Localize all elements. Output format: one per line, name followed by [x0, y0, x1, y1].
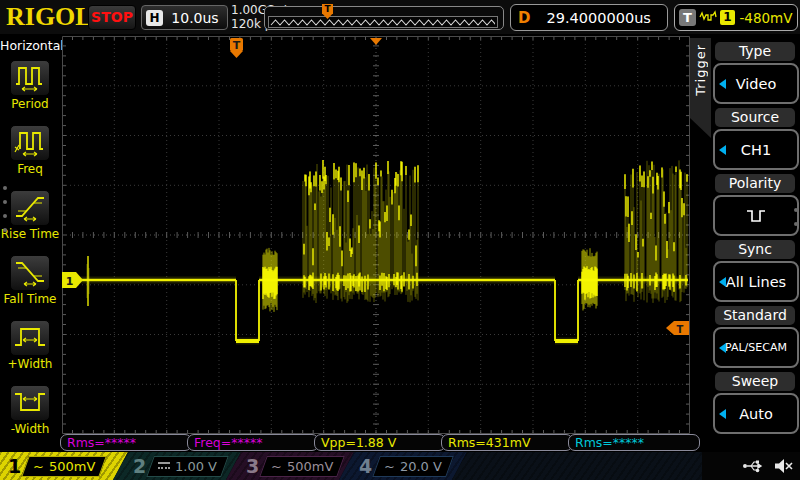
dc-coupling-icon [158, 462, 170, 471]
sidebar-item-freq[interactable]: Freq [0, 125, 60, 176]
oscilloscope-screen: RIGOL STOP H 10.0us 1.00GSa/s 120k pts T… [0, 0, 800, 480]
speaker-muted-icon[interactable] [774, 458, 794, 474]
trigger-menu-tab[interactable]: Trigger [690, 38, 711, 138]
sidebar-item-minus-width[interactable]: -Width [0, 385, 60, 436]
channel-number: 3 [246, 455, 259, 477]
trigger-menu: Type Video Source CH1 Polarity Sync All … [712, 36, 798, 452]
ac-coupling-icon: ~ [384, 459, 395, 474]
memory-waveform-strip [268, 16, 498, 28]
waveform-display: T T 1 [62, 36, 690, 434]
timebase-value: 10.0us [163, 10, 227, 26]
menu-item-sweep[interactable]: Sweep Auto [712, 372, 798, 434]
menu-item-label: Sweep [715, 372, 795, 391]
fall-time-icon [10, 255, 50, 291]
menu-item-standard[interactable]: Standard PAL/SECAM [712, 306, 798, 368]
channel-4-status[interactable]: 4 ~ 20.0 V [339, 452, 467, 480]
menu-item-value: All Lines [726, 274, 786, 290]
delay-readout: D 29.4000000us [510, 4, 668, 31]
menu-item-value: CH1 [741, 142, 771, 158]
memory-position-bar [264, 6, 504, 30]
channel-scale: 20.0 V [400, 459, 442, 474]
chevron-left-icon [719, 145, 726, 155]
chevron-left-icon [719, 277, 726, 287]
menu-page-dot [3, 186, 7, 190]
trigger-menu-tab-label: Trigger [693, 44, 708, 96]
plus-width-icon [10, 320, 50, 356]
sidebar-item-label: Period [0, 97, 60, 111]
menu-item-value: Video [736, 76, 777, 92]
menu-item-label: Standard [715, 306, 795, 325]
menu-item-label: Type [715, 42, 795, 61]
rigol-logo: RIGOL [6, 2, 93, 32]
measurement-bar: Rms=***** Freq=***** Vpp=1.88 V Rms=431m… [60, 434, 700, 452]
system-status-icons [742, 452, 794, 480]
measurement-readout: Rms=431mV [441, 434, 573, 451]
channel-2-status[interactable]: 2 1.00 V [113, 452, 241, 480]
sidebar-item-fall-time[interactable]: Fall Time [0, 255, 60, 306]
run-state-badge: STOP [88, 5, 136, 30]
freq-icon [10, 125, 50, 161]
sidebar-item-label: Rise Time [0, 227, 60, 241]
trigger-readout: T 1 -480mV [674, 4, 798, 31]
svg-text:T: T [677, 324, 684, 335]
channel-status-bar: 1 ~ 500mV 2 1.00 V 3 ~ 500m [0, 452, 800, 480]
measurement-readout: Rms=***** [60, 434, 192, 451]
trigger-source-badge: 1 [720, 10, 735, 25]
channel1-offset-marker[interactable]: 1 [62, 272, 83, 288]
measurement-readout: Rms=***** [568, 434, 700, 451]
usb-icon [742, 459, 766, 473]
top-status-bar: RIGOL STOP H 10.0us 1.00GSa/s 120k pts T… [0, 0, 800, 34]
menu-item-source[interactable]: Source CH1 [712, 108, 798, 170]
sidebar-item-plus-width[interactable]: +Width [0, 320, 60, 371]
trigger-level-marker[interactable]: T [666, 321, 689, 335]
menu-item-value: PAL/SECAM [725, 341, 787, 354]
ac-coupling-icon: ~ [271, 459, 282, 474]
ac-coupling-icon: ~ [33, 459, 44, 474]
chevron-left-icon [719, 343, 726, 353]
sidebar-title: Horizontal [0, 38, 60, 53]
svg-text:1: 1 [66, 275, 74, 288]
measurement-readout: Freq=***** [187, 434, 319, 451]
sidebar-item-label: -Width [0, 422, 60, 436]
channel-number: 1 [8, 455, 21, 477]
menu-item-polarity[interactable]: Polarity [712, 174, 798, 236]
period-icon [10, 60, 50, 96]
channel-scale: 1.00 V [175, 459, 217, 474]
menu-item-label: Sync [715, 240, 795, 259]
sidebar-item-label: Freq [0, 162, 60, 176]
sidebar-item-rise-time[interactable]: Rise Time [0, 190, 60, 241]
channel-number: 4 [359, 455, 372, 477]
minus-width-icon [10, 385, 50, 421]
rise-time-icon [10, 190, 50, 226]
menu-page-dot [3, 228, 7, 232]
measurement-readout: Vpp=1.88 V [314, 434, 446, 451]
trigger-level-value: -480mV [735, 10, 797, 26]
channel-scale: 500mV [49, 459, 95, 474]
delay-value: 29.4000000us [530, 10, 667, 26]
horizontal-measure-sidebar: Horizontal Period Freq Rise Time [0, 34, 60, 452]
menu-item-label: Source [715, 108, 795, 127]
negative-polarity-icon [744, 208, 768, 224]
channel-1-status[interactable]: 1 ~ 500mV [0, 452, 128, 480]
horizontal-label: H [146, 10, 163, 26]
menu-item-type[interactable]: Type Video [712, 42, 798, 104]
channel-3-status[interactable]: 3 ~ 500mV [226, 452, 354, 480]
svg-text:T: T [233, 39, 241, 52]
menu-item-sync[interactable]: Sync All Lines [712, 240, 798, 302]
menu-page-dot [794, 208, 798, 212]
channel-scale: 500mV [287, 459, 333, 474]
video-trigger-icon [699, 10, 717, 25]
menu-item-label: Polarity [715, 174, 795, 193]
menu-item-value: Auto [739, 406, 773, 422]
menu-page-dot [3, 200, 7, 204]
horizontal-timebase-readout: H 10.0us [141, 5, 228, 30]
channel-number: 2 [133, 455, 146, 477]
chevron-left-icon [719, 409, 726, 419]
menu-page-dot [794, 222, 798, 226]
sidebar-item-period[interactable]: Period [0, 60, 60, 111]
sidebar-item-label: Fall Time [0, 292, 60, 306]
menu-page-dot [3, 214, 7, 218]
sidebar-item-label: +Width [0, 357, 60, 371]
memory-wave-icon [271, 20, 495, 25]
trigger-position-flag[interactable]: T [230, 38, 243, 58]
